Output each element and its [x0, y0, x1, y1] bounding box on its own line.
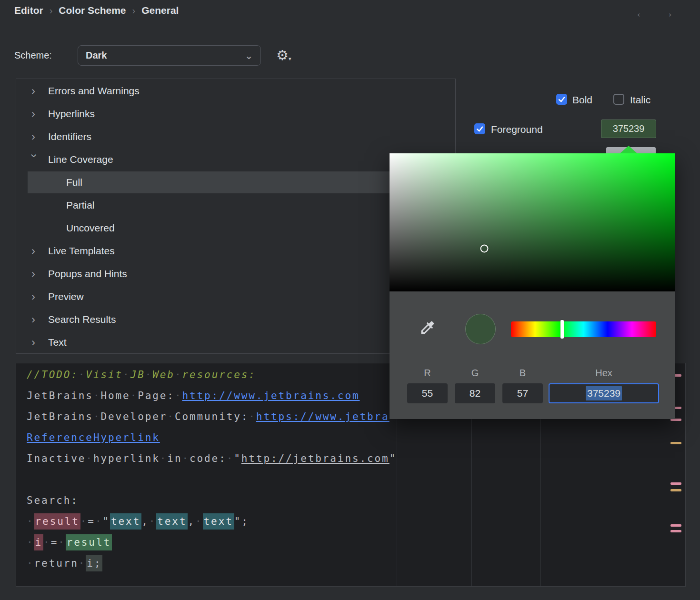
chevron-collapsed-icon[interactable]: ›: [30, 314, 48, 325]
tree-item-label: Live Templates: [48, 245, 115, 257]
hex-value: 375239: [586, 386, 622, 400]
code-segment: ,·: [141, 516, 156, 527]
code-segment: result: [34, 513, 80, 530]
whitespace-dot: ·: [86, 453, 93, 464]
tree-item-label: Full: [66, 177, 82, 188]
whitespace-dot: ·: [27, 558, 34, 569]
tree-item-identifiers[interactable]: ›Identifiers: [16, 125, 455, 148]
whitespace-dot: ·: [79, 558, 86, 569]
saturation-brightness-area[interactable]: [390, 153, 675, 291]
code-segment: ·: [27, 516, 34, 527]
scheme-dropdown-value: Dark: [86, 50, 107, 61]
scheme-settings-gear-button[interactable]: ⚙ ▾: [276, 47, 289, 63]
code-line: ·return·i;: [27, 553, 685, 574]
chevron-collapsed-icon[interactable]: ›: [30, 291, 48, 302]
whitespace-dot: ·: [175, 390, 182, 401]
whitespace-dot: ·: [79, 369, 86, 380]
bold-label: Bold: [572, 94, 592, 105]
code-segment: ,·: [188, 516, 202, 527]
tree-item-label: Uncovered: [66, 222, 115, 234]
whitespace-dot: ·: [58, 537, 66, 548]
tree-item-label: Hyperlinks: [48, 108, 95, 120]
green-label: G: [455, 368, 495, 379]
green-input[interactable]: 82: [455, 383, 495, 403]
tree-item-label: Text: [48, 337, 67, 348]
gear-dropdown-arrow-icon: ▾: [289, 56, 291, 62]
code-segment: ·=·: [43, 537, 66, 548]
tree-item-errors-and-warnings[interactable]: ›Errors and Warnings: [16, 80, 455, 102]
foreground-color-swatch[interactable]: 375239: [601, 120, 656, 138]
chevron-collapsed-icon[interactable]: ›: [30, 337, 48, 348]
foreground-color-value: 375239: [613, 123, 645, 134]
chevron-collapsed-icon[interactable]: ›: [30, 85, 48, 97]
code-segment: ·: [27, 537, 34, 548]
breadcrumb-item-general[interactable]: General: [141, 5, 179, 16]
whitespace-dot: ·: [27, 516, 34, 527]
whitespace-dot: ·: [95, 516, 103, 527]
code-segment: ·return·: [27, 558, 86, 569]
popup-arrow-notch: [620, 146, 637, 153]
blue-input[interactable]: 57: [502, 383, 543, 403]
code-segment: text: [156, 513, 188, 530]
red-input[interactable]: 55: [407, 383, 448, 403]
whitespace-dot: ·: [149, 516, 157, 527]
scheme-label: Scheme:: [14, 50, 52, 61]
code-segment: Inactive·hyperlink·in·code:·": [27, 453, 241, 464]
italic-label: Italic: [630, 94, 650, 105]
checkmark-icon: [476, 125, 484, 133]
whitespace-dot: ·: [123, 369, 130, 380]
code-line: [27, 469, 685, 490]
eyedropper-icon[interactable]: [419, 319, 436, 336]
back-arrow-icon[interactable]: ←: [635, 6, 648, 20]
code-segment: ";: [234, 516, 249, 527]
code-segment: Search:: [27, 495, 79, 506]
whitespace-dot: ·: [93, 390, 101, 401]
whitespace-dot: ·: [80, 516, 88, 527]
chevron-expanded-icon[interactable]: ›: [29, 154, 40, 165]
breadcrumb-item-color-scheme[interactable]: Color Scheme: [59, 5, 126, 16]
foreground-label: Foreground: [491, 124, 543, 135]
code-segment: text: [110, 513, 141, 530]
tree-item-label: Search Results: [48, 314, 116, 325]
chevron-collapsed-icon[interactable]: ›: [30, 108, 48, 120]
hue-slider-handle[interactable]: [560, 320, 564, 339]
code-segment: i;: [86, 555, 102, 571]
bold-checkbox[interactable]: [556, 94, 567, 105]
whitespace-dot: ·: [182, 453, 190, 464]
tree-item-label: Errors and Warnings: [48, 85, 140, 97]
saturation-cursor[interactable]: [480, 245, 489, 253]
breadcrumb-separator-icon: ›: [132, 5, 136, 16]
forward-arrow-icon[interactable]: →: [661, 6, 674, 20]
code-line: ReferenceHyperlink: [27, 427, 685, 448]
whitespace-dot: ·: [175, 369, 182, 380]
code-segment: ·=·": [80, 516, 110, 527]
history-navigation: ← →: [635, 6, 674, 20]
italic-checkbox[interactable]: [613, 94, 624, 105]
whitespace-dot: ·: [93, 411, 101, 422]
foreground-checkbox[interactable]: [474, 123, 485, 134]
code-line: ·result·=·"text,·text,·text";: [27, 511, 685, 532]
hyperlink[interactable]: ReferenceHyperlink: [27, 432, 160, 443]
breadcrumb-item-editor[interactable]: Editor: [14, 5, 43, 16]
whitespace-dot: ·: [27, 537, 34, 548]
tree-item-hyperlinks[interactable]: ›Hyperlinks: [16, 102, 455, 125]
hex-label: Hex: [549, 368, 659, 379]
chevron-collapsed-icon[interactable]: ›: [30, 245, 48, 257]
scheme-dropdown[interactable]: Dark ⌄: [78, 45, 261, 66]
gear-icon: ⚙: [276, 48, 289, 63]
code-segment: JetBrains·Developer·Community:·: [27, 411, 256, 422]
hex-input[interactable]: 375239: [549, 383, 659, 403]
picked-color-circle: [465, 314, 496, 344]
code-segment: result: [66, 534, 112, 550]
color-picker-popup: R G B Hex 55 82 57 375239: [390, 153, 675, 419]
settings-window: Editor › Color Scheme › General ← → Sche…: [0, 0, 700, 600]
hue-slider[interactable]: [511, 321, 656, 337]
whitespace-dot: ·: [227, 453, 234, 464]
chevron-collapsed-icon[interactable]: ›: [30, 131, 48, 142]
hyperlink[interactable]: https://www.jetbra: [256, 411, 390, 422]
chevron-collapsed-icon[interactable]: ›: [30, 268, 48, 280]
hyperlink[interactable]: http://www.jetbrains.com: [182, 390, 360, 401]
whitespace-dot: ·: [145, 369, 153, 380]
tree-item-label: Preview: [48, 291, 84, 302]
checkmark-icon: [558, 95, 566, 103]
